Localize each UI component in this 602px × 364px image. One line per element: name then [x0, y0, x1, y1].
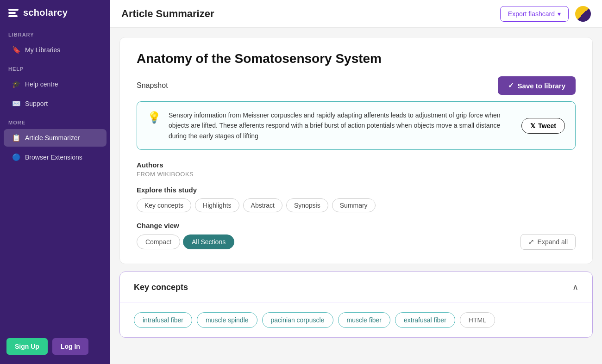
sidebar-item-help-centre[interactable]: 🎓 Help centre [4, 75, 107, 93]
signup-button[interactable]: Sign Up [6, 338, 48, 355]
sidebar-item-label: Article Summarizer [25, 134, 80, 142]
tweet-button[interactable]: 𝕏 Tweet [521, 118, 565, 134]
sidebar: scholarcy LIBRARY 🔖 My Libraries HELP 🎓 … [0, 0, 110, 364]
compact-label: Compact [145, 238, 171, 246]
change-view-section: Change view Compact All Sections ⤢ Expan… [137, 222, 576, 250]
explore-section: Explore this study Key concepts Highligh… [137, 186, 576, 212]
concept-html[interactable]: HTML [460, 312, 495, 328]
concept-pacinian-corpuscle[interactable]: pacinian corpuscle [262, 312, 333, 328]
help-section-label: HELP [0, 60, 110, 74]
authors-value: FROM WIKIBOOKS [137, 171, 576, 178]
login-button[interactable]: Log In [52, 338, 88, 355]
view-buttons: Compact All Sections [137, 234, 234, 249]
tweet-label: Tweet [538, 122, 556, 130]
content-area: Anatomy of the Somatosensory System Snap… [110, 28, 602, 347]
theme-toggle-button[interactable] [575, 6, 591, 22]
sidebar-item-my-libraries[interactable]: 🔖 My Libraries [4, 41, 107, 59]
snapshot-box: 💡 Sensory information from Meissner corp… [137, 101, 576, 150]
change-view-label: Change view [137, 222, 576, 229]
tag-key-concepts[interactable]: Key concepts [137, 198, 191, 212]
main-content: Article Summarizer Export flashcard ▾ An… [110, 0, 602, 364]
mail-icon: ✉️ [12, 99, 20, 108]
view-row: Compact All Sections ⤢ Expand all [137, 234, 576, 250]
chevron-down-icon: ▾ [558, 10, 561, 18]
x-icon: 𝕏 [530, 122, 535, 130]
concept-muscle-fiber[interactable]: muscle fiber [338, 312, 390, 328]
sidebar-item-label: Support [25, 100, 48, 107]
sidebar-bottom: Sign Up Log In [0, 329, 110, 364]
article-icon: 📋 [12, 134, 20, 142]
tag-abstract[interactable]: Abstract [243, 198, 282, 212]
sidebar-item-article-summarizer[interactable]: 📋 Article Summarizer [4, 129, 107, 147]
topbar: Article Summarizer Export flashcard ▾ [110, 0, 602, 28]
explore-label: Explore this study [137, 186, 576, 194]
save-to-library-label: Save to library [518, 82, 565, 90]
library-section-label: LIBRARY [0, 25, 110, 40]
article-title: Anatomy of the Somatosensory System [137, 51, 576, 66]
expand-all-label: Expand all [538, 238, 568, 246]
sidebar-item-label: My Libraries [25, 46, 60, 54]
logo: scholarcy [0, 0, 110, 25]
tag-highlights[interactable]: Highlights [195, 198, 239, 212]
concept-muscle-spindle[interactable]: muscle spindle [197, 312, 257, 328]
compact-view-button[interactable]: Compact [137, 234, 180, 249]
sidebar-item-support[interactable]: ✉️ Support [4, 95, 107, 112]
topbar-actions: Export flashcard ▾ [500, 6, 591, 22]
key-concepts-body: intrafusal fiber muscle spindle pacinian… [120, 303, 592, 337]
expand-all-button[interactable]: ⤢ Expand all [520, 234, 576, 250]
explore-tags-row: Key concepts Highlights Abstract Synopsi… [137, 198, 576, 212]
logo-text: scholarcy [23, 7, 68, 18]
extension-icon: 🔵 [12, 153, 20, 161]
concept-intrafusal-fiber[interactable]: intrafusal fiber [134, 312, 192, 328]
snapshot-header: Snapshot ✓ Save to library [137, 76, 576, 95]
expand-icon: ⤢ [528, 238, 534, 246]
save-to-library-button[interactable]: ✓ Save to library [498, 76, 576, 95]
lightbulb-icon: 💡 [147, 111, 161, 124]
key-concepts-title: Key concepts [134, 283, 188, 292]
article-card: Anatomy of the Somatosensory System Snap… [119, 37, 593, 264]
tag-synopsis[interactable]: Synopsis [286, 198, 328, 212]
export-flashcard-button[interactable]: Export flashcard ▾ [500, 6, 569, 22]
sidebar-item-label: Browser Extensions [25, 154, 82, 161]
authors-label: Authors [137, 161, 576, 169]
authors-section: Authors FROM WIKIBOOKS [137, 161, 576, 178]
tag-summary[interactable]: Summary [332, 198, 376, 212]
graduation-icon: 🎓 [12, 80, 20, 88]
page-title: Article Summarizer [121, 8, 214, 20]
snapshot-label: Snapshot [137, 81, 168, 90]
sidebar-item-label: Help centre [25, 80, 58, 88]
all-sections-label: All Sections [192, 238, 226, 246]
more-section-label: MORE [0, 113, 110, 128]
snapshot-text: Sensory information from Meissner corpus… [169, 110, 514, 141]
bookmark-icon: 🔖 [12, 46, 20, 54]
sidebar-item-browser-extensions[interactable]: 🔵 Browser Extensions [4, 148, 107, 166]
key-concepts-header: Key concepts ∧ [120, 272, 592, 303]
chevron-up-icon[interactable]: ∧ [572, 282, 578, 292]
logo-icon [8, 9, 19, 17]
key-concepts-card: Key concepts ∧ intrafusal fiber muscle s… [119, 271, 593, 338]
concept-extrafusal-fiber[interactable]: extrafusal fiber [395, 312, 455, 328]
checkmark-icon: ✓ [508, 81, 514, 90]
all-sections-view-button[interactable]: All Sections [183, 234, 234, 249]
export-flashcard-label: Export flashcard [508, 10, 555, 18]
